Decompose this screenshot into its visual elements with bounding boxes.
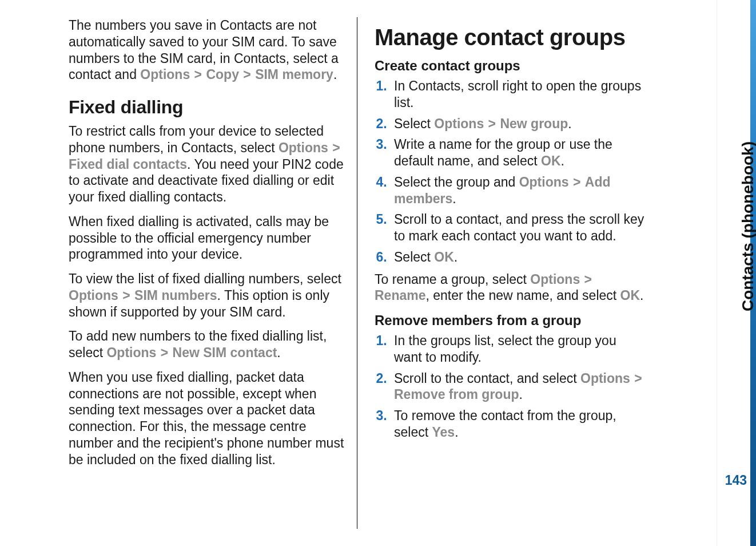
paragraph: When you use fixed dialling, packet data…	[69, 369, 345, 468]
new-sim-contact-command: New SIM contact	[173, 345, 277, 360]
text: .	[640, 288, 643, 303]
text: To view the list of fixed dialling numbe…	[69, 271, 341, 286]
two-column-layout: The numbers you save in Contacts are not…	[0, 0, 756, 546]
paragraph: To add new numbers to the fixed dialling…	[69, 328, 345, 361]
options-command: Options	[69, 288, 118, 303]
text: Scroll to the contact, and select	[394, 371, 580, 386]
options-command: Options	[140, 67, 190, 82]
text: , enter the new name, and select	[425, 288, 620, 303]
chevron-right-icon: >	[194, 67, 202, 82]
list-item: Select the group and Options > Add membe…	[391, 174, 646, 207]
list-item: To remove the contact from the group, se…	[391, 407, 646, 441]
text: Write a name for the group or use the de…	[394, 137, 612, 168]
options-command: Options	[519, 175, 569, 189]
new-group-command: New group	[500, 116, 568, 131]
paragraph: To rename a group, select Options > Rena…	[375, 271, 646, 304]
text: .	[333, 67, 337, 82]
yes-command: Yes	[432, 425, 455, 440]
chevron-right-icon: >	[160, 345, 169, 360]
options-command: Options	[434, 116, 484, 131]
ok-command: OK	[434, 250, 454, 264]
ok-command: OK	[620, 288, 640, 303]
copy-command: Copy	[206, 67, 239, 82]
fixed-dial-contacts-command: Fixed dial contacts	[69, 157, 187, 172]
text: .	[568, 116, 571, 131]
sim-memory-command: SIM memory	[255, 67, 333, 82]
list-item: Select Options > New group.	[391, 116, 646, 132]
text: .	[454, 250, 457, 264]
right-column: Manage contact groups Create contact gro…	[357, 17, 658, 529]
rename-command: Rename	[375, 288, 425, 303]
text: .	[452, 191, 456, 206]
list-item: Write a name for the group or use the de…	[391, 136, 646, 169]
chevron-right-icon: >	[584, 272, 592, 287]
chevron-right-icon: >	[332, 140, 340, 155]
ok-command: OK	[541, 153, 561, 168]
list-item: Scroll to the contact, and select Option…	[391, 370, 646, 403]
page: The numbers you save in Contacts are not…	[0, 0, 756, 546]
heading-fixed-dialling: Fixed dialling	[69, 96, 345, 118]
paragraph: To view the list of fixed dialling numbe…	[69, 271, 345, 320]
heading-create-groups: Create contact groups	[375, 57, 646, 74]
text: .	[519, 387, 523, 402]
options-command: Options	[580, 371, 630, 386]
heading-remove-members: Remove members from a group	[375, 312, 646, 329]
page-number: 143	[725, 472, 747, 489]
list-item: In the groups list, select the group you…	[391, 333, 646, 366]
heading-manage-groups: Manage contact groups	[375, 23, 646, 52]
chevron-right-icon: >	[122, 288, 130, 303]
list-item: Select OK.	[391, 249, 646, 266]
sim-numbers-command: SIM numbers	[134, 288, 217, 303]
paragraph: To restrict calls from your device to se…	[69, 123, 345, 205]
text: .	[561, 153, 564, 168]
intro-paragraph: The numbers you save in Contacts are not…	[69, 17, 345, 83]
text: To rename a group, select	[375, 272, 530, 287]
list-item: Scroll to a contact, and press the scrol…	[391, 211, 646, 244]
text: To remove the contact from the group, se…	[394, 408, 616, 440]
text: .	[277, 345, 280, 360]
options-command: Options	[106, 345, 156, 360]
options-command: Options	[530, 272, 580, 287]
text: Select the group and	[394, 175, 519, 189]
chevron-right-icon: >	[572, 175, 581, 189]
paragraph: When fixed dialling is activated, calls …	[69, 213, 345, 263]
left-column: The numbers you save in Contacts are not…	[57, 17, 357, 529]
options-command: Options	[278, 140, 328, 155]
remove-members-steps: In the groups list, select the group you…	[375, 333, 646, 441]
chevron-right-icon: >	[488, 116, 496, 131]
text: Select	[394, 250, 434, 264]
chapter-title: Contacts (phonebook)	[738, 141, 756, 311]
chevron-right-icon: >	[242, 67, 251, 82]
list-item: In Contacts, scroll right to open the gr…	[391, 78, 646, 111]
side-tab: Contacts (phonebook) 143	[717, 0, 756, 546]
create-groups-steps: In Contacts, scroll right to open the gr…	[375, 78, 646, 266]
remove-from-group-command: Remove from group	[394, 387, 519, 402]
chevron-right-icon: >	[634, 371, 642, 386]
text: .	[455, 425, 458, 440]
text: Select	[394, 116, 434, 131]
